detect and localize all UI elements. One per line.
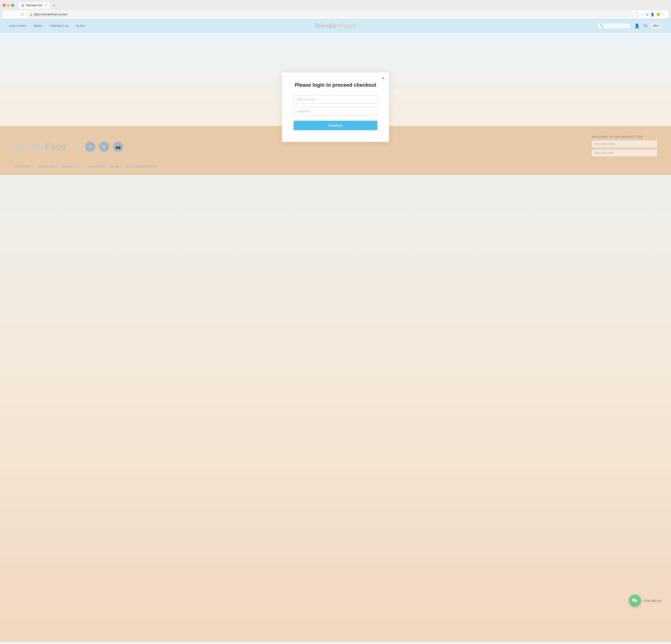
search-input[interactable] — [605, 24, 628, 27]
svg-point-5 — [636, 601, 636, 601]
mail-or-phone-input[interactable] — [294, 95, 377, 104]
search-icon: 🔍 — [600, 24, 604, 27]
footer-nav: OUR STORY OUR MENU CONTACT US LOCATION B… — [14, 165, 657, 168]
website: OUR STORY MENU CONTACT US BLOG W♥nderFoo… — [0, 19, 671, 642]
mail-field-group — [294, 95, 377, 104]
footer-logo-wonder: W — [14, 142, 22, 151]
login-modal: × Please login to proceed checkout Confi… — [282, 73, 389, 142]
footer-logo-heart-icon: ♥ — [22, 144, 27, 151]
nav-left: OUR STORY MENU CONTACT US BLOG — [9, 24, 85, 27]
new-tab-button[interactable]: + — [51, 2, 57, 9]
footer-nav-contact-us[interactable]: CONTACT US — [62, 165, 81, 168]
facebook-button[interactable]: f — [85, 142, 95, 152]
forward-button[interactable]: → — [13, 12, 18, 17]
fullscreen-traffic-light[interactable] — [11, 4, 14, 7]
site-logo: W♥nderFood — [315, 22, 356, 29]
svg-point-4 — [635, 601, 635, 601]
tab-favicon: 🌸 — [21, 3, 25, 7]
modal-title: Please login to proceed checkout — [294, 82, 377, 89]
header-right: 🔍 👤 🛍 EN ▾ — [597, 23, 662, 29]
nav-our-story[interactable]: OUR STORY — [9, 24, 27, 27]
footer-nav-location[interactable]: LOCATION — [88, 165, 103, 168]
modal-overlay: × Please login to proceed checkout Confi… — [0, 54, 671, 142]
emoji-button[interactable]: 🙂 — [656, 13, 660, 16]
tab-bar: 🌸 WonderFood ✕ + — [18, 2, 57, 9]
user-profile-button[interactable]: 👤 — [650, 13, 655, 16]
active-tab[interactable]: 🌸 WonderFood ✕ — [18, 2, 50, 9]
newsletter-email-input[interactable] — [592, 149, 657, 156]
back-button[interactable]: ← — [5, 12, 11, 17]
chat-label: Chat with Us! — [644, 599, 662, 603]
traffic-lights — [3, 4, 14, 7]
address-bar[interactable]: 🔒 https://wonderfood.com/en/ — [27, 12, 639, 17]
language-selector[interactable]: EN ▾ — [651, 23, 662, 29]
bookmark-button[interactable]: ☆ — [641, 13, 644, 16]
cart-icon[interactable]: 🛍 — [643, 23, 647, 28]
svg-point-2 — [633, 600, 633, 600]
lock-icon: 🔒 — [29, 13, 33, 16]
chat-bubble-button[interactable] — [629, 595, 641, 607]
address-bar-row: ← → ↻ 🔒 https://wonderfood.com/en/ ☆ ⊕ 👤… — [3, 10, 668, 18]
chat-widget[interactable]: Chat with Us! — [629, 595, 662, 607]
logo-food-text: Food — [340, 22, 356, 29]
site-header: OUR STORY MENU CONTACT US BLOG W♥nderFoo… — [0, 19, 671, 33]
modal-close-button[interactable]: × — [382, 76, 384, 80]
close-traffic-light[interactable] — [3, 4, 5, 7]
chevron-down-icon: ▾ — [658, 24, 660, 27]
password-field-group — [294, 107, 377, 116]
footer-nav-rate[interactable]: RATE WONDERFOOD — [127, 165, 156, 168]
svg-point-3 — [634, 600, 634, 600]
twitter-button[interactable]: 𝕏 — [99, 142, 109, 152]
url-text: https://wonderfood.com/en/ — [34, 13, 67, 16]
footer-logo-wonder-rest: nder — [27, 142, 46, 151]
footer-logo-food: Food — [46, 142, 66, 151]
extensions-button[interactable]: ⊕ — [646, 13, 649, 16]
site-body: × Please login to proceed checkout Confi… — [0, 33, 671, 126]
browser-actions: ☆ ⊕ 👤 🙂 ⋯ — [641, 13, 666, 16]
footer-nav-our-story[interactable]: OUR STORY — [14, 165, 31, 168]
footer-nav-our-menu[interactable]: OUR MENU — [39, 165, 54, 168]
reload-button[interactable]: ↻ — [20, 12, 25, 17]
footer-nav-blog[interactable]: BLOG — [111, 165, 119, 168]
footer-social: f 𝕏 📷 — [85, 142, 123, 152]
browser-chrome: 🌸 WonderFood ✕ + ← → ↻ 🔒 https://wonderf… — [0, 0, 671, 19]
search-box[interactable]: 🔍 — [597, 23, 631, 29]
logo-wonder-text: W — [315, 22, 321, 29]
tab-title: WonderFood — [26, 4, 42, 7]
instagram-button[interactable]: 📷 — [113, 142, 123, 152]
user-icon[interactable]: 👤 — [634, 23, 640, 28]
wechat-icon — [632, 597, 638, 604]
logo-wonder-rest: nder — [325, 22, 340, 29]
confirm-button[interactable]: Confirm — [294, 121, 377, 130]
nav-contact-us[interactable]: CONTACT US — [50, 24, 69, 27]
nav-blog[interactable]: BLOG — [76, 24, 85, 27]
nav-menu[interactable]: MENU — [34, 24, 42, 27]
menu-button[interactable]: ⋯ — [662, 13, 666, 16]
footer-logo: W♥nderFood — [14, 142, 66, 152]
tab-close-button[interactable]: ✕ — [44, 4, 47, 7]
language-label: EN — [653, 24, 657, 27]
minimize-traffic-light[interactable] — [7, 4, 10, 7]
logo-heart-icon: ♥ — [321, 23, 325, 29]
password-input[interactable] — [294, 107, 377, 116]
